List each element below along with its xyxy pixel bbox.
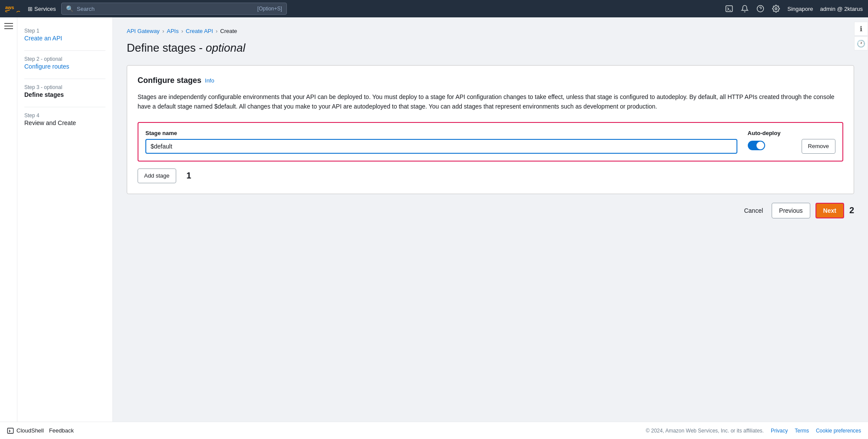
- cookie-link[interactable]: Cookie preferences: [816, 428, 861, 434]
- top-nav: aws ⊞ Services 🔍 [Option+S] Singapore ad…: [0, 0, 868, 17]
- action-bar: Cancel Previous Next 2: [127, 203, 854, 218]
- stage-name-input[interactable]: [145, 139, 737, 154]
- step-4-title: Review and Create: [24, 119, 76, 126]
- search-input[interactable]: [77, 6, 254, 12]
- add-stage-row: Add stage 1: [138, 168, 843, 183]
- steps-panel: Step 1 Create an API Step 2 - optional C…: [17, 17, 113, 422]
- info-edge-icon[interactable]: ℹ: [854, 22, 868, 36]
- stage-name-field: Stage name: [145, 130, 737, 154]
- stage-fields: Stage name Auto-deploy Remove: [145, 130, 835, 154]
- action-badge: 2: [849, 205, 854, 215]
- page-wrapper: Step 1 Create an API Step 2 - optional C…: [17, 17, 868, 422]
- step-3-label: Step 3 - optional: [24, 84, 105, 90]
- next-button[interactable]: Next: [815, 203, 844, 218]
- terminal-icon[interactable]: [725, 4, 733, 13]
- stage-counter: 1: [187, 171, 191, 181]
- terms-link[interactable]: Terms: [795, 428, 809, 434]
- main-content: API Gateway › APIs › Create API › Create…: [113, 17, 868, 422]
- help-icon[interactable]: [756, 4, 765, 13]
- step-2-label: Step 2 - optional: [24, 56, 105, 62]
- right-edge: ℹ 🕐: [854, 22, 868, 50]
- feedback-link[interactable]: Feedback: [49, 427, 74, 434]
- step-2: Step 2 - optional Configure routes: [24, 56, 105, 70]
- svg-rect-4: [7, 428, 13, 433]
- breadcrumb-create-api[interactable]: Create API: [186, 28, 213, 34]
- card-heading: Configure stages: [138, 76, 201, 85]
- copyright-text: © 2024, Amazon Web Services, Inc. or its…: [646, 428, 764, 434]
- breadcrumb-api-gateway[interactable]: API Gateway: [127, 28, 160, 34]
- svg-point-3: [775, 8, 777, 10]
- breadcrumb-sep-3: ›: [216, 28, 217, 34]
- breadcrumb: API Gateway › APIs › Create API › Create: [127, 28, 854, 34]
- stage-name-label: Stage name: [145, 130, 737, 136]
- nav-right: Singapore admin @ 2ktarus: [725, 4, 863, 13]
- step-1-label: Step 1: [24, 28, 105, 34]
- add-stage-button[interactable]: Add stage: [138, 168, 176, 183]
- breadcrumb-apis[interactable]: APIs: [167, 28, 178, 34]
- auto-deploy-label: Auto-deploy: [748, 130, 781, 136]
- auto-deploy-toggle[interactable]: [748, 141, 765, 150]
- cloudshell-button[interactable]: CloudShell: [7, 427, 44, 434]
- search-shortcut: [Option+S]: [257, 6, 282, 12]
- bottom-bar: CloudShell Feedback © 2024, Amazon Web S…: [0, 422, 868, 439]
- previous-button[interactable]: Previous: [772, 203, 810, 218]
- region-selector[interactable]: Singapore: [787, 6, 813, 12]
- settings-icon[interactable]: [772, 4, 780, 13]
- stage-row: Stage name Auto-deploy Remove: [138, 122, 843, 162]
- card-description: Stages are independently configurable en…: [138, 92, 843, 112]
- step-3: Step 3 - optional Define stages: [24, 84, 105, 98]
- left-sidebar: [0, 17, 17, 422]
- configure-stages-card: Configure stages Info Stages are indepen…: [127, 65, 854, 194]
- card-header: Configure stages Info: [138, 76, 843, 85]
- breadcrumb-sep-2: ›: [181, 28, 183, 34]
- bell-icon[interactable]: [740, 4, 749, 13]
- step-1-link[interactable]: Create an API: [24, 35, 62, 42]
- auto-deploy-field: Auto-deploy: [748, 130, 791, 150]
- clock-edge-icon[interactable]: 🕐: [854, 36, 868, 50]
- footer-right: © 2024, Amazon Web Services, Inc. or its…: [646, 428, 861, 434]
- privacy-link[interactable]: Privacy: [771, 428, 788, 434]
- search-bar[interactable]: 🔍 [Option+S]: [61, 3, 287, 15]
- page-title: Define stages - optional: [127, 41, 854, 55]
- remove-button[interactable]: Remove: [802, 139, 835, 154]
- svg-rect-1: [726, 6, 733, 12]
- breadcrumb-sep-1: ›: [162, 28, 164, 34]
- user-menu[interactable]: admin @ 2ktarus: [820, 6, 863, 12]
- step-4-label: Step 4: [24, 112, 105, 119]
- hamburger-menu[interactable]: [4, 22, 13, 30]
- aws-logo[interactable]: aws: [5, 3, 21, 14]
- step-1: Step 1 Create an API: [24, 28, 105, 42]
- step-2-link[interactable]: Configure routes: [24, 63, 69, 70]
- services-menu[interactable]: ⊞ Services: [28, 6, 56, 12]
- toggle-wrapper: [748, 141, 765, 150]
- step-4: Step 4 Review and Create: [24, 112, 105, 126]
- svg-text:aws: aws: [5, 5, 14, 10]
- cancel-button[interactable]: Cancel: [740, 207, 766, 214]
- grid-icon: ⊞: [28, 6, 33, 12]
- search-icon: 🔍: [66, 5, 73, 12]
- info-link[interactable]: Info: [205, 77, 214, 84]
- step-3-title: Define stages: [24, 91, 64, 98]
- breadcrumb-current: Create: [220, 28, 237, 34]
